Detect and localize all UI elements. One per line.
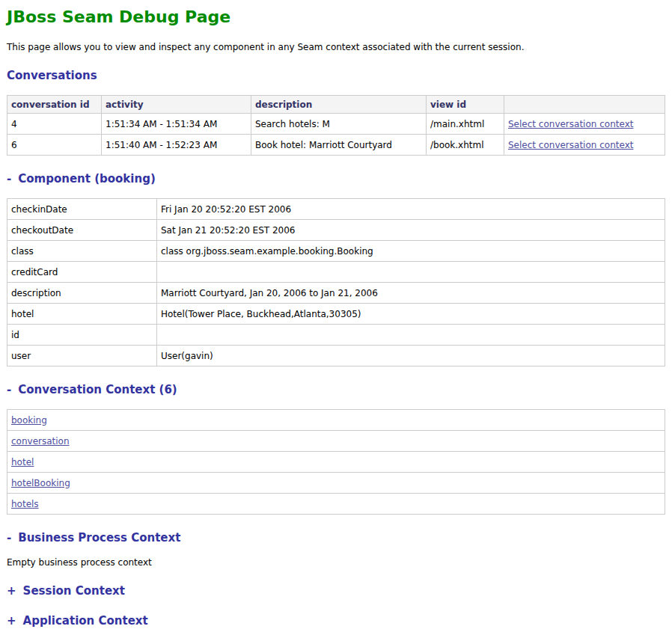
component-property-row: id xyxy=(7,325,665,346)
property-name-cell: user xyxy=(7,346,157,366)
conversation-activity-cell: 1:51:40 AM - 1:52:23 AM xyxy=(102,135,251,156)
conversation-action-cell: Select conversation context xyxy=(504,114,665,135)
page-title: JBoss Seam Debug Page xyxy=(7,7,665,26)
conversations-heading: Conversations xyxy=(7,69,665,82)
property-value-cell: User(gavin) xyxy=(157,346,665,366)
column-header-description: description xyxy=(251,96,427,114)
conversation-view-id-cell: /main.xhtml xyxy=(427,114,504,135)
property-value-cell: class org.jboss.seam.example.booking.Boo… xyxy=(157,241,665,262)
property-name-cell: checkoutDate xyxy=(7,220,157,241)
collapse-toggle-icon[interactable]: - xyxy=(7,383,11,396)
column-header-activity: activity xyxy=(102,96,251,114)
context-variable-row: hotel xyxy=(7,452,665,473)
conversation-id-cell: 6 xyxy=(7,135,102,156)
property-name-cell: checkinDate xyxy=(7,199,157,220)
expand-toggle-icon[interactable]: + xyxy=(7,584,16,598)
conversation-view-id-cell: /book.xhtml xyxy=(427,135,504,156)
context-variable-row: booking xyxy=(7,410,665,431)
column-header-conversation-id: conversation id xyxy=(7,96,102,114)
component-property-row: checkoutDate Sat Jan 21 20:52:20 EST 200… xyxy=(7,220,665,241)
conversation-row: 6 1:51:40 AM - 1:52:23 AM Book hotel: Ma… xyxy=(7,135,665,156)
context-variable-cell: hotelBooking xyxy=(7,473,665,494)
context-variable-row: hotels xyxy=(7,494,665,515)
property-value-cell: Hotel(Tower Place, Buckhead,Atlanta,3030… xyxy=(157,304,665,325)
session-context-heading[interactable]: +Session Context xyxy=(7,584,665,598)
property-name-cell: hotel xyxy=(7,304,157,325)
property-name-cell: description xyxy=(7,283,157,304)
conversations-table: conversation id activity description vie… xyxy=(7,95,665,156)
business-process-context-heading[interactable]: -Business Process Context xyxy=(7,531,665,544)
component-booking-heading[interactable]: -Component (booking) xyxy=(7,172,665,185)
component-property-row: class class org.jboss.seam.example.booki… xyxy=(7,241,665,262)
conversation-action-cell: Select conversation context xyxy=(504,135,665,156)
conversation-row: 4 1:51:34 AM - 1:51:34 AM Search hotels:… xyxy=(7,114,665,135)
component-property-row: description Marriott Courtyard, Jan 20, … xyxy=(7,283,665,304)
context-variable-link[interactable]: hotels xyxy=(11,499,39,509)
column-header-view-id: view id xyxy=(427,96,504,114)
conversation-context-heading-label: Conversation Context (6) xyxy=(18,383,177,396)
component-properties-table: checkinDate Fri Jan 20 20:52:20 EST 2006… xyxy=(7,198,665,366)
conversation-activity-cell: 1:51:34 AM - 1:51:34 AM xyxy=(102,114,251,135)
component-property-row: checkinDate Fri Jan 20 20:52:20 EST 2006 xyxy=(7,199,665,220)
context-variable-link[interactable]: hotelBooking xyxy=(11,478,70,488)
conversation-context-heading[interactable]: -Conversation Context (6) xyxy=(7,383,665,396)
application-context-heading-label: Application Context xyxy=(23,614,148,628)
component-property-row: hotel Hotel(Tower Place, Buckhead,Atlant… xyxy=(7,304,665,325)
application-context-heading[interactable]: +Application Context xyxy=(7,614,665,628)
context-variable-cell: booking xyxy=(7,410,665,431)
property-name-cell: id xyxy=(7,325,157,346)
context-variable-cell: conversation xyxy=(7,431,665,452)
context-variable-row: conversation xyxy=(7,431,665,452)
context-variable-link[interactable]: conversation xyxy=(11,436,70,447)
component-property-row: creditCard xyxy=(7,262,665,283)
conversation-context-table: booking conversation hotel hotelBooking … xyxy=(7,409,665,515)
business-process-empty-text: Empty business process context xyxy=(7,557,665,568)
component-property-row: user User(gavin) xyxy=(7,346,665,366)
collapse-toggle-icon[interactable]: - xyxy=(7,172,11,185)
page-intro: This page allows you to view and inspect… xyxy=(7,42,665,52)
property-value-cell xyxy=(157,325,665,346)
property-value-cell: Fri Jan 20 20:52:20 EST 2006 xyxy=(157,199,665,220)
context-variable-row: hotelBooking xyxy=(7,473,665,494)
column-header-actions xyxy=(504,96,665,114)
expand-toggle-icon[interactable]: + xyxy=(7,614,16,628)
conversation-id-cell: 4 xyxy=(7,114,102,135)
context-variable-link[interactable]: hotel xyxy=(11,457,34,467)
property-value-cell xyxy=(157,262,665,283)
select-conversation-context-link[interactable]: Select conversation context xyxy=(508,140,633,150)
property-value-cell: Sat Jan 21 20:52:20 EST 2006 xyxy=(157,220,665,241)
context-variable-cell: hotels xyxy=(7,494,665,515)
component-booking-heading-label: Component (booking) xyxy=(18,172,156,185)
conversations-header-row: conversation id activity description vie… xyxy=(7,96,665,114)
conversation-description-cell: Book hotel: Marriott Courtyard xyxy=(251,135,427,156)
session-context-heading-label: Session Context xyxy=(23,584,125,598)
conversation-description-cell: Search hotels: M xyxy=(251,114,427,135)
property-value-cell: Marriott Courtyard, Jan 20, 2006 to Jan … xyxy=(157,283,665,304)
business-process-context-heading-label: Business Process Context xyxy=(18,531,180,544)
property-name-cell: creditCard xyxy=(7,262,157,283)
context-variable-link[interactable]: booking xyxy=(11,415,47,426)
context-variable-cell: hotel xyxy=(7,452,665,473)
select-conversation-context-link[interactable]: Select conversation context xyxy=(508,119,633,129)
property-name-cell: class xyxy=(7,241,157,262)
collapse-toggle-icon[interactable]: - xyxy=(7,531,11,544)
